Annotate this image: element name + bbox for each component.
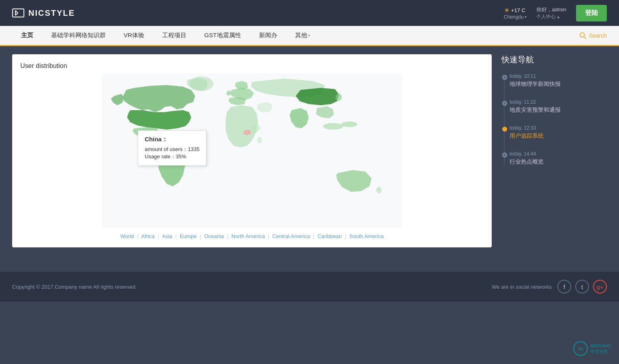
nav-item-vr[interactable]: VR体验: [115, 26, 153, 46]
timeline-item-0: today, 10:11 地球物理学新闻快报: [510, 73, 607, 88]
arduino-badge: ∞ ARDUINO中文社区: [573, 341, 611, 356]
nav-item-project[interactable]: 工程项目: [153, 26, 195, 46]
svg-point-8: [323, 123, 343, 130]
timeline-time-0: today, 10:11: [510, 73, 607, 79]
timeline-item-2: today, 12:33 用户追踪系统: [510, 125, 607, 140]
region-link-south-america[interactable]: South America: [349, 233, 384, 239]
header-right: ☀ +17 C Chengdu ▾ 你好，admin 个人中心 ▲ 登陆: [504, 5, 607, 21]
weather-temp: ☀ +17 C: [504, 6, 527, 14]
timeline-dot-3: [502, 153, 507, 158]
nav-item-knowledge[interactable]: 基础学科网络知识群: [42, 26, 115, 46]
footer: Copyright © 2017.Company name All rights…: [0, 272, 619, 302]
timeline-label-1[interactable]: 地质灾害预警和通报: [510, 106, 607, 114]
region-link-oceania[interactable]: Oceania: [204, 233, 224, 239]
timeline-time-2: today, 12:33: [510, 125, 607, 131]
header: NICSTYLE ☀ +17 C Chengdu ▾ 你好，admin 个人中心…: [0, 0, 619, 26]
svg-point-9: [341, 121, 358, 127]
weather-info: ☀ +17 C Chengdu ▾: [504, 6, 527, 20]
facebook-icon[interactable]: f: [557, 280, 571, 294]
sidebar-title: 快速导航: [501, 54, 607, 65]
logo-icon: [12, 9, 24, 17]
map-title: User distribution: [20, 62, 484, 70]
nav-item-gst[interactable]: GST地震属性: [195, 26, 250, 46]
google-plus-icon[interactable]: g+: [593, 280, 607, 294]
timeline-label-2[interactable]: 用户追踪系统: [510, 132, 607, 140]
svg-point-7: [189, 77, 214, 91]
timeline-time-3: today, 14:44: [510, 151, 607, 157]
svg-line-5: [584, 36, 586, 38]
map-section: User distribution: [12, 54, 492, 247]
sidebar: 快速导航 today, 10:11 地球物理学新闻快报 today, 11:22…: [501, 54, 607, 247]
tooltip-country: China：: [145, 136, 199, 143]
weather-temperature: +17 C: [511, 7, 525, 13]
social-icons: f t g+: [557, 280, 607, 294]
nav-item-news[interactable]: 新闻办: [250, 26, 286, 46]
arduino-icon: ∞: [573, 341, 588, 356]
map-tooltip: China： amount of users：1335 Usage rate：3…: [138, 130, 206, 166]
tooltip-users: amount of users：1335: [145, 146, 199, 153]
region-link-central-america[interactable]: Central America: [272, 233, 310, 239]
svg-rect-0: [13, 9, 24, 17]
more-chevron: ▾: [308, 33, 310, 38]
main-content: User distribution: [0, 46, 619, 255]
weather-city[interactable]: Chengdu ▾: [504, 14, 527, 20]
timeline-label-0[interactable]: 地球物理学新闻快报: [510, 81, 607, 88]
region-link-africa[interactable]: Africa: [141, 233, 154, 239]
search-icon: [579, 32, 587, 39]
timeline-item-1: today, 11:22 地质灾害预警和通报: [510, 99, 607, 114]
social-text: We are in social networks: [492, 284, 552, 290]
timeline-dot-0: [502, 75, 507, 80]
logo-text: NICSTYLE: [28, 9, 75, 18]
region-link-asia[interactable]: Asia: [162, 233, 172, 239]
timeline-time-1: today, 11:22: [510, 99, 607, 105]
user-info: 你好，admin 个人中心 ▲: [536, 6, 566, 20]
user-center-link[interactable]: 个人中心 ▲: [536, 13, 566, 20]
region-link-north-america[interactable]: North America: [231, 233, 265, 239]
social-section: We are in social networks f t g+: [492, 280, 607, 294]
user-greeting: 你好，admin: [536, 6, 566, 13]
timeline: today, 10:11 地球物理学新闻快报 today, 11:22 地质灾害…: [501, 73, 607, 166]
timeline-label-3[interactable]: 行业热点概览: [510, 158, 607, 166]
arduino-text: ARDUINO中文社区: [590, 343, 611, 355]
search-label: Search: [589, 32, 607, 39]
region-link-europe[interactable]: Europe: [180, 233, 197, 239]
nav-item-home[interactable]: 主页: [12, 26, 42, 46]
world-map-svg: [20, 74, 484, 228]
twitter-icon[interactable]: t: [575, 280, 589, 294]
navigation: 主页 基础学科网络知识群 VR体验 工程项目 GST地震属性 新闻办 其他 ▾ …: [0, 26, 619, 46]
center-chevron: ▲: [557, 15, 561, 19]
city-chevron: ▾: [525, 15, 527, 19]
region-link-world[interactable]: World: [120, 233, 134, 239]
footer-copyright: Copyright © 2017.Company name All rights…: [12, 284, 137, 290]
region-link-caribbean[interactable]: Caribbean: [317, 233, 342, 239]
region-links: World | Africa | Asia | Europe | Oceania…: [20, 233, 484, 239]
sun-icon: ☀: [504, 6, 510, 14]
svg-point-4: [580, 32, 584, 37]
map-container: China： amount of users：1335 Usage rate：3…: [20, 74, 484, 228]
timeline-dot-1: [502, 101, 507, 106]
login-button[interactable]: 登陆: [576, 5, 607, 21]
timeline-item-3: today, 14:44 行业热点概览: [510, 151, 607, 166]
logo: NICSTYLE: [12, 9, 75, 18]
tooltip-usage: Usage rate：35%: [145, 153, 199, 160]
nav-item-more[interactable]: 其他 ▾: [286, 26, 319, 46]
nav-items: 主页 基础学科网络知识群 VR体验 工程项目 GST地震属性 新闻办 其他 ▾: [12, 26, 579, 46]
timeline-dot-2: [502, 127, 507, 132]
nav-search[interactable]: Search: [579, 32, 607, 39]
